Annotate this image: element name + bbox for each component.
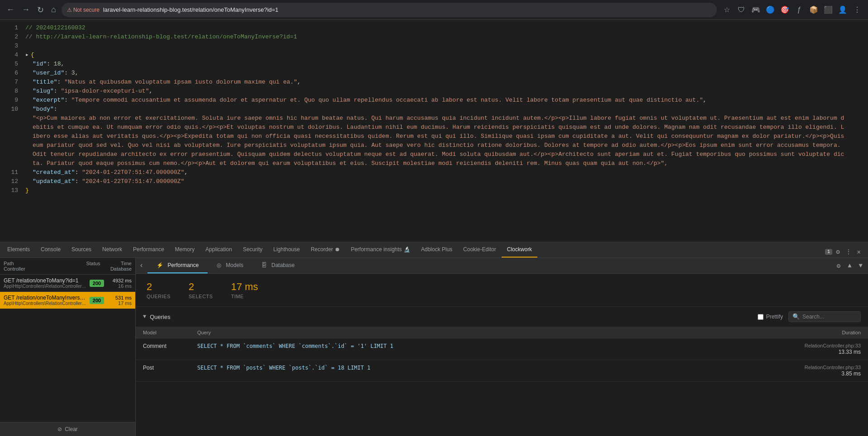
tab-console[interactable]: Console [35,242,66,258]
right-tab-models[interactable]: ◎ Models [208,258,252,273]
panel-scroll-down-icon[interactable]: ▼ [857,260,864,271]
extension-icon-7[interactable]: ⬛ [822,4,835,16]
tab-clockwork[interactable]: Clockwork [502,242,537,258]
right-tab-performance[interactable]: ⚡ Performance [147,258,208,273]
query-model-1: Comment [143,343,197,349]
query-duration-col-2: RelationController.php:33 3.85 ms [770,365,861,377]
search-icon: 🔍 [792,313,800,320]
tab-application[interactable]: Application [200,242,237,258]
query-sql-1: SELECT * FROM `comments` WHERE `comments… [197,343,770,349]
line-9: 9 "excerpt": "Tempore commodi accusantiu… [0,96,868,105]
selects-label: SELECTS [189,294,213,299]
request-controller-1: App\Http\Controllers\RelationController@… [4,284,87,289]
line-1: 1 // 20240122160032 [0,23,868,33]
queries-table-header: Model Query Duration [136,327,868,338]
tab-adblock[interactable]: Adblock Plus [416,242,458,258]
body-value: "<p>Cum maiores ab non error et exercita… [33,114,847,168]
tab-network[interactable]: Network [97,242,128,258]
time-main-1: 4932 ms [107,278,132,283]
extension-icon-6[interactable]: 📦 [807,4,820,16]
reload-button[interactable]: ↻ [35,3,46,17]
stat-selects: 2 SELECTS [189,281,213,299]
line-6: 6 "user_id": 3, [0,69,868,78]
address-bar[interactable]: ⚠ Not secure laravel-learn-relationship-… [62,3,717,17]
query-row-2[interactable]: Post SELECT * FROM `posts` WHERE `posts`… [136,360,868,382]
comment-1: // 20240122160032 [25,23,85,33]
right-panel-actions: ⚙ ▲ ▼ [831,258,868,273]
forward-button[interactable]: → [20,3,32,16]
request-controller-2: App\Http\Controllers\RelationController@… [4,301,87,306]
time-value: 17 ms [231,281,258,293]
col-header-model: Model [143,330,197,335]
query-location-1: RelationController.php:33 [770,343,861,348]
prettify-checkbox-label[interactable]: Prettify [758,314,783,320]
query-duration-col-1: RelationController.php:33 13.33 ms [770,343,861,355]
left-panel: Path Controller Status Time Database GET… [0,258,136,436]
prettify-checkbox[interactable] [758,314,764,320]
time-main-2: 531 ms [107,295,132,300]
stat-time: 17 ms TIME [231,281,258,299]
tab-sources[interactable]: Sources [66,242,97,258]
line-10: 10 "body": "<p>Cum maiores ab non error … [0,105,868,168]
section-toggle-icon[interactable]: ▼ [143,314,146,320]
col-header-duration: Duration [770,330,861,335]
request-path-2: GET /relation/oneToManyInverse?id=1 [4,295,87,301]
line-7: 7 "title": "Natus at quibusdam voluptatu… [0,78,868,87]
url-text: laravel-learn-relationship-blog.test/rel… [103,6,279,13]
request-item-1[interactable]: GET /relation/oneToMany?id=1 App\Http\Co… [0,275,135,292]
line-3: 3 [0,42,868,51]
stats-row: 2 QUERIES 2 SELECTS 17 ms TIME [136,274,868,307]
back-button[interactable]: ← [5,3,16,16]
extension-icon-4[interactable]: 🎯 [778,4,791,16]
time-sub-2: 17 ms [107,300,132,306]
settings-icon[interactable]: ⚙ [834,246,841,258]
devtools-tabs: Elements Console Sources Network Perform… [0,242,868,258]
panel-settings-icon[interactable]: ⚙ [835,260,842,272]
query-row-1[interactable]: Comment SELECT * FROM `comments` WHERE `… [136,338,868,360]
status-badge-2: 200 [90,297,104,304]
tab-cookie-editor[interactable]: Cookie-Editor [458,242,502,258]
request-item-2[interactable]: GET /relation/oneToManyInverse?id=1 App\… [0,292,135,309]
panel-nav-left[interactable]: ‹ [136,258,147,273]
query-location-2: RelationController.php:33 [770,365,861,370]
clear-button[interactable]: ⊘ Clear [0,422,135,436]
tab-performance[interactable]: Performance [128,242,170,258]
extension-icon-1[interactable]: 🛡 [735,4,748,16]
panel-scroll-up-icon[interactable]: ▲ [846,260,853,271]
home-button[interactable]: ⌂ [49,3,58,16]
main-area: 1 // 20240122160032 2 // http://laravel-… [0,20,868,436]
request-path-1: GET /relation/oneToMany?id=1 [4,277,87,284]
performance-tab-icon: ⚡ [157,262,163,268]
tab-recorder[interactable]: Recorder ⏺ [305,242,346,258]
clear-icon: ⊘ [57,426,62,432]
clear-label: Clear [65,426,78,432]
extension-icon-3[interactable]: 🔵 [764,4,777,16]
status-badge-1: 200 [90,280,104,287]
search-box: 🔍 [788,311,861,322]
devtools-tab-icons: 1 ⚙ ⋮ ✕ [821,246,866,258]
more-options-icon[interactable]: ⋮ [844,246,854,258]
toolbar-icons: ☆ 🛡 🎮 🔵 🎯 ƒ 📦 ⬛ 👤 ⋮ [721,4,863,16]
query-duration-2: 3.85 ms [841,370,861,377]
bookmark-button[interactable]: ☆ [721,4,733,16]
query-duration-1: 13.33 ms [839,349,861,355]
profile-button[interactable]: 👤 [836,4,849,16]
section-actions: Prettify 🔍 [758,311,861,322]
menu-button[interactable]: ⋮ [851,4,863,16]
tab-security[interactable]: Security [237,242,268,258]
tab-memory[interactable]: Memory [170,242,200,258]
section-header: ▼ Queries Prettify 🔍 [136,307,868,327]
close-devtools-icon[interactable]: ✕ [855,246,863,258]
line-4: 4 ▸ { [0,51,868,60]
extension-icon-2[interactable]: 🎮 [749,4,762,16]
extension-icon-5[interactable]: ƒ [793,4,806,16]
section-title: Queries [150,314,171,320]
search-input[interactable] [802,314,857,320]
tab-elements[interactable]: Elements [2,242,35,258]
tab-perf-insights[interactable]: Performance insights 🔬 [346,242,416,258]
line-8: 8 "slug": "ipsa-dolor-excepturi-ut", [0,87,868,96]
json-content: 1 // 20240122160032 2 // http://laravel-… [0,20,868,242]
tab-lighthouse[interactable]: Lighthouse [268,242,305,258]
time-label: TIME [231,294,258,299]
right-tab-database[interactable]: 🗄 Database [252,258,304,273]
